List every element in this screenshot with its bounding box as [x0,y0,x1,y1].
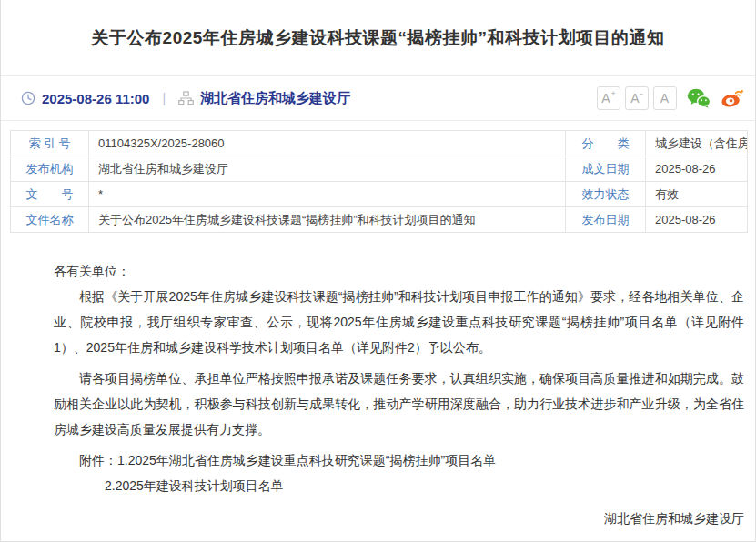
written-date-label: 成文日期 [566,156,646,182]
font-reset-button[interactable]: A [653,86,677,110]
signature-agency: 湖北省住房和城乡建设厅 [54,506,744,531]
index-number-value: 01104325X/2025-28060 [89,131,566,156]
font-smaller-modifier: - [640,90,643,98]
greeting-line: 各有关单位： [54,258,744,284]
wechat-share-icon[interactable] [687,88,711,108]
separator: | [162,91,166,105]
index-number-label: 索 引 号 [11,131,89,156]
attachment-line-2: 2.2025年建设科技计划项目名单 [54,473,744,498]
table-row: 文 号 * 效力状态 有效 [11,182,748,207]
source-link[interactable]: 湖北省住房和城乡建设厅 [200,90,350,107]
notice-page: 关于公布2025年住房城乡建设科技课题“揭榜挂帅”和科技计划项目的通知 2025… [0,0,756,542]
table-row: 索 引 号 01104325X/2025-28060 分 类 城乡建设（含住房） [11,131,748,156]
meta-bar: 2025-08-26 11:00 | 湖北省住房和城乡建设厅 A+ A- A [1,76,755,121]
publish-datetime: 2025-08-26 11:00 [42,91,149,106]
issuing-agency-label: 发布机构 [11,156,89,182]
page-title: 关于公布2025年住房城乡建设科技课题“揭榜挂帅”和科技计划项目的通知 [92,26,665,50]
table-row: 发布机构 湖北省住房和城乡建设厅 成文日期 2025-08-26 [11,156,748,182]
document-title-value: 关于公布2025年住房城乡建设科技课题“揭榜挂帅”和科技计划项目的通知 [89,207,566,233]
document-info-table: 索 引 号 01104325X/2025-28060 分 类 城乡建设（含住房）… [10,130,748,233]
font-larger-button[interactable]: A+ [597,86,620,110]
font-larger-label: A [601,92,610,105]
title-bar: 关于公布2025年住房城乡建设科技课题“揭榜挂帅”和科技计划项目的通知 [1,0,755,76]
category-value: 城乡建设（含住房） [646,131,748,156]
page-controls: A+ A- A [592,86,744,110]
signature-date: 2025年8月26日 [54,538,744,542]
notice-body: 各有关单位： 根据《关于开展2025年住房城乡建设科技课题“揭榜挂帅”和科技计划… [1,233,755,542]
font-smaller-label: A [630,92,639,105]
weibo-share-icon[interactable] [721,88,744,108]
paragraph-announcement: 根据《关于开展2025年住房城乡建设科技课题“揭榜挂帅”和科技计划项目申报工作的… [54,284,744,360]
font-larger-modifier: + [611,90,616,98]
attachment-line-1: 附件：1.2025年湖北省住房城乡建设重点科技研究课题“揭榜挂帅”项目名单 [54,447,744,473]
table-row: 文件名称 关于公布2025年住房城乡建设科技课题“揭榜挂帅”和科技计划项目的通知… [11,207,748,233]
validity-status-label: 效力状态 [566,182,646,207]
document-number-label: 文 号 [11,182,89,207]
category-label: 分 类 [566,131,646,156]
font-smaller-button[interactable]: A- [625,86,649,110]
publish-date-label: 发布日期 [566,207,646,233]
written-date-value: 2025-08-26 [646,156,748,182]
sitemap-icon [178,91,194,105]
validity-status-value: 有效 [646,182,748,207]
paragraph-requirements: 请各项目揭榜单位、承担单位严格按照申报承诺及课题任务要求，认真组织实施，确保项目… [54,366,744,442]
font-reset-label: A [660,92,669,105]
publish-date-value: 2025-08-26 [646,207,748,233]
clock-icon [21,91,35,105]
document-title-label: 文件名称 [11,207,89,233]
document-number-value: * [89,182,566,207]
issuing-agency-value: 湖北省住房和城乡建设厅 [89,156,566,182]
